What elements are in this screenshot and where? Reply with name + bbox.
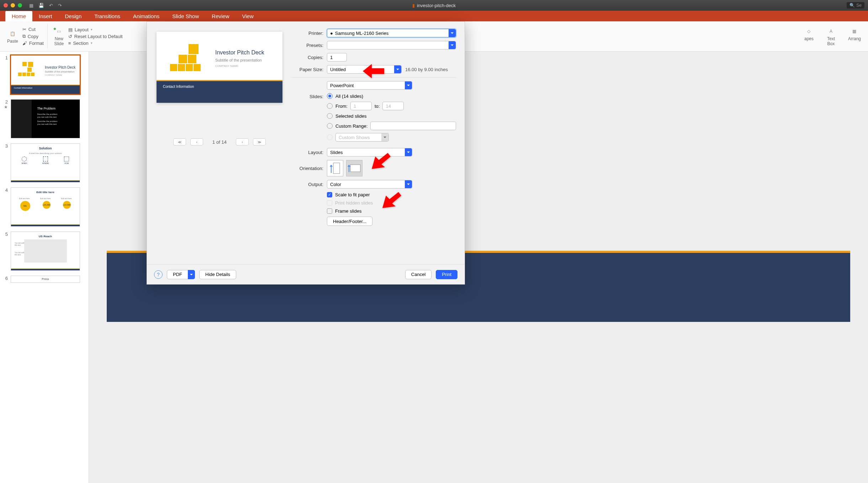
search-icon: 🔍 (850, 3, 855, 8)
pager-text: 1 of 14 (212, 139, 227, 145)
brush-icon: 🖌 (22, 41, 27, 46)
svg-marker-2 (363, 64, 384, 78)
svg-rect-1 (350, 165, 360, 172)
radio-all-slides[interactable]: All (14 slides) (327, 93, 456, 99)
presets-select[interactable] (327, 41, 456, 49)
thumb-number: 3 (2, 143, 8, 149)
paste-button[interactable]: 📋 Paste (4, 27, 21, 45)
help-button[interactable]: ? (154, 270, 163, 279)
undo-icon[interactable]: ↶ (49, 3, 53, 8)
thumbnail-4[interactable]: Edit title here Edit text hereEdit text … (11, 187, 80, 227)
tab-view[interactable]: View (235, 11, 260, 21)
custom-range-input[interactable] (370, 122, 456, 130)
to-input[interactable] (382, 102, 404, 110)
tab-transitions[interactable]: Transitions (88, 11, 127, 21)
svg-marker-4 (382, 192, 401, 208)
shapes-icon: ◇ (804, 26, 814, 36)
minimize-window-button[interactable] (11, 3, 15, 7)
pager-first-button[interactable]: ≪ (173, 138, 186, 145)
thumb-number: 2 (2, 99, 8, 105)
save-icon[interactable]: 💾 (38, 3, 44, 8)
output-select[interactable]: Color (327, 180, 412, 189)
printer-select[interactable]: ● Samsung ML-2160 Series (327, 29, 456, 37)
cut-button[interactable]: ✂Cut (22, 26, 44, 33)
maximize-window-button[interactable] (18, 3, 22, 7)
header-footer-button[interactable]: Header/Footer... (327, 217, 372, 226)
tab-slideshow[interactable]: Slide Show (166, 11, 205, 21)
star-icon: ★ (2, 105, 8, 110)
doc-icon: ▮ (412, 3, 415, 8)
thumbnail-1[interactable]: Investor Pitch Deck Subtitle of the pres… (11, 55, 80, 94)
new-slide-icon: ●▭ (54, 26, 64, 36)
thumbnail-5[interactable]: US Reach You can editthis text You can e… (11, 232, 80, 271)
thumbnail-3[interactable]: Solution A brief line describing your so… (11, 143, 80, 182)
file-icon[interactable]: ▦ (29, 3, 33, 8)
copy-icon: ⧉ (22, 33, 26, 39)
svg-marker-3 (372, 153, 391, 169)
reset-icon: ↺ (68, 34, 72, 39)
reset-layout-button[interactable]: ↺Reset Layout to Default (68, 33, 123, 40)
titlebar: ▦ 💾 ↶ ↷ ▮ investor-pitch-deck 🔍 Se (0, 0, 868, 11)
svg-rect-0 (333, 163, 340, 174)
thumbnail-6[interactable]: Press (11, 276, 80, 283)
app-options-select[interactable]: PowerPoint (327, 81, 412, 90)
printer-status-icon: ● (330, 31, 333, 36)
radio-custom-range[interactable]: Custom Range: (327, 122, 456, 130)
tab-animations[interactable]: Animations (127, 11, 166, 21)
tab-design[interactable]: Design (59, 11, 88, 21)
us-map-icon (24, 239, 67, 262)
orientation-portrait-button[interactable] (327, 160, 343, 176)
tab-insert[interactable]: Insert (32, 11, 59, 21)
tab-review[interactable]: Review (205, 11, 235, 21)
orientation-landscape-button[interactable] (346, 160, 362, 176)
copies-input[interactable] (327, 53, 347, 62)
radio-custom-shows: Custom Shows (327, 133, 456, 142)
thumb-number: 6 (2, 276, 8, 281)
shapes-button[interactable]: ◇ apes (801, 25, 817, 48)
section-icon: ≡ (68, 41, 71, 46)
print-preview: Investor Pitch Deck Subtitle of the pres… (157, 32, 282, 103)
hide-details-button[interactable]: Hide Details (199, 270, 236, 279)
search-box[interactable]: 🔍 Se (847, 2, 864, 9)
scissors-icon: ✂ (22, 27, 26, 32)
document-title: investor-pitch-deck (417, 3, 456, 8)
pager-last-button[interactable]: ≫ (253, 138, 266, 145)
ribbon-tabs: Home Insert Design Transitions Animation… (0, 11, 868, 21)
pdf-button[interactable]: PDF (167, 270, 195, 279)
annotation-arrow-3 (381, 192, 402, 213)
from-input[interactable] (350, 102, 372, 110)
print-dialog: Investor Pitch Deck Subtitle of the pres… (147, 21, 465, 285)
print-button[interactable]: Print (436, 270, 457, 279)
radio-from-to[interactable]: From: to: (327, 102, 456, 110)
paper-size-info: 16.00 by 9.00 inches (405, 67, 448, 72)
slide-thumbnails: 1 Investor Pitch Deck Subtitle of the pr… (0, 52, 89, 483)
layout-button[interactable]: ▤Layout▾ (68, 26, 123, 33)
thumb-number: 5 (2, 232, 8, 237)
format-button[interactable]: 🖌Format (22, 40, 44, 47)
layout-icon: ▤ (68, 27, 73, 32)
pager-next-button[interactable]: › (236, 138, 249, 145)
copy-button[interactable]: ⧉Copy (22, 33, 44, 40)
text-box-icon: A (826, 26, 836, 36)
thumbnail-2[interactable]: The Problem Describe the problem you can… (11, 99, 80, 138)
new-slide-button[interactable]: ●▭ New Slide (51, 25, 67, 48)
text-box-button[interactable]: A Text Box (823, 25, 839, 48)
redo-icon[interactable]: ↷ (58, 3, 62, 8)
thumb-number: 1 (2, 55, 8, 60)
pager-prev-button[interactable]: ‹ (190, 138, 203, 145)
tab-home[interactable]: Home (5, 11, 32, 21)
close-window-button[interactable] (4, 3, 8, 7)
annotation-arrow-2 (370, 153, 391, 174)
clipboard-icon: 📋 (7, 29, 17, 39)
section-button[interactable]: ≡Section▾ (68, 40, 123, 47)
arrange-button[interactable]: ▦ Arrang (845, 25, 864, 48)
cancel-button[interactable]: Cancel (405, 270, 432, 279)
annotation-arrow-1 (363, 62, 388, 81)
layout-select[interactable]: Slides (327, 148, 412, 156)
arrange-icon: ▦ (850, 26, 859, 36)
thumb-number: 4 (2, 187, 8, 193)
radio-selected-slides[interactable]: Selected slides (327, 113, 456, 119)
